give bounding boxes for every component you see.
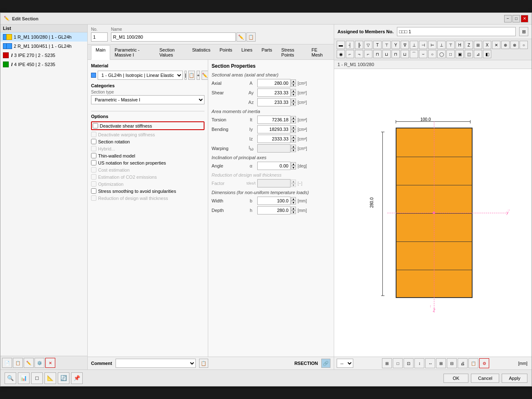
dropdown-select[interactable]: -- bbox=[337, 359, 353, 368]
view-btn-6[interactable]: ⊞ bbox=[436, 358, 446, 368]
shape-icon-27[interactable]: ⊔ bbox=[382, 50, 391, 58]
shape-icon-33[interactable]: ◯ bbox=[437, 50, 446, 58]
torsion-up[interactable]: ▲ bbox=[291, 116, 296, 120]
shape-icon-29[interactable]: ⊔ bbox=[401, 50, 409, 58]
shape-icon-13[interactable]: ⊤ bbox=[446, 41, 455, 49]
bending-y-up[interactable]: ▲ bbox=[291, 126, 296, 129]
view-btn-3[interactable]: ⊡ bbox=[404, 358, 414, 368]
assigned-input-right[interactable] bbox=[397, 27, 516, 36]
tab-points[interactable]: Points bbox=[215, 45, 237, 59]
tab-main[interactable]: Main bbox=[91, 45, 110, 60]
name-edit-icon[interactable]: ✏️ bbox=[236, 32, 246, 42]
axial-up[interactable]: ▲ bbox=[291, 79, 296, 83]
warping-dn[interactable]: ▼ bbox=[291, 148, 296, 152]
settings-button[interactable]: ⚙️ bbox=[34, 358, 44, 368]
view-btn-8[interactable]: 🖨 bbox=[458, 358, 468, 368]
material-edit-btn4[interactable]: ✏️ bbox=[202, 71, 208, 80]
shape-icon-38[interactable]: ◧ bbox=[483, 50, 491, 58]
minimize-button[interactable]: − bbox=[504, 15, 512, 22]
footer-icon-4[interactable]: 📐 bbox=[44, 372, 56, 384]
edit-button[interactable]: ✏️ bbox=[24, 358, 34, 368]
checkbox-optimization[interactable] bbox=[91, 181, 96, 187]
view-btn-2[interactable]: □ bbox=[393, 358, 403, 368]
shape-icon-1[interactable]: ▬ bbox=[337, 41, 345, 49]
material-select[interactable]: 1 - GL24h | Isotropic | Linear Elastic bbox=[98, 71, 183, 80]
apply-button[interactable]: Apply bbox=[502, 374, 527, 383]
shape-icon-16[interactable]: ⊞ bbox=[474, 41, 482, 49]
view-btn-9[interactable]: 📋 bbox=[468, 358, 478, 368]
view-btn-5[interactable]: ↔ bbox=[425, 358, 435, 368]
shape-icon-21[interactable]: ○ bbox=[520, 41, 528, 49]
bending-z-dn[interactable]: ▼ bbox=[291, 139, 296, 143]
checkbox-deactivate-shear[interactable] bbox=[93, 123, 98, 128]
checkbox-deactivate-warping[interactable] bbox=[91, 132, 96, 137]
bending-z-up[interactable]: ▲ bbox=[291, 135, 296, 139]
shape-icon-35[interactable]: ▣ bbox=[456, 50, 464, 58]
view-btn-1[interactable]: ⊞ bbox=[382, 358, 392, 368]
angle-up[interactable]: ▲ bbox=[291, 162, 296, 166]
view-btn-7[interactable]: ⊟ bbox=[447, 358, 457, 368]
shape-icon-19[interactable]: ⊕ bbox=[501, 41, 510, 49]
footer-icon-3[interactable]: □ bbox=[31, 372, 43, 384]
maximize-button[interactable]: □ bbox=[512, 15, 520, 22]
ok-button[interactable]: OK bbox=[443, 374, 468, 383]
width-dn[interactable]: ▼ bbox=[291, 201, 296, 204]
shape-icon-32[interactable]: ○ bbox=[428, 50, 436, 58]
depth-dn[interactable]: ▼ bbox=[291, 210, 296, 214]
close-button[interactable]: ✕ bbox=[521, 15, 528, 22]
shape-icon-20[interactable]: ⊗ bbox=[510, 41, 519, 49]
tab-parametric[interactable]: Parametric - Massive I bbox=[110, 45, 155, 59]
section-type-select[interactable]: Parametric - Massive I bbox=[91, 95, 204, 104]
copy-button[interactable]: 📋 bbox=[13, 358, 23, 368]
tab-fe-mesh[interactable]: FE Mesh bbox=[307, 45, 330, 59]
factor-up[interactable]: ▲ bbox=[291, 180, 296, 183]
new-button[interactable]: 📄 bbox=[2, 358, 12, 368]
shape-icon-24[interactable]: ¬ bbox=[355, 50, 363, 58]
tab-section-values[interactable]: Section Values bbox=[155, 45, 187, 59]
comment-select[interactable] bbox=[116, 359, 196, 368]
warping-up[interactable]: ▲ bbox=[291, 145, 296, 148]
assigned-expand-btn[interactable]: ⊞ bbox=[519, 27, 528, 36]
view-btn-10[interactable]: ⚙ bbox=[479, 358, 489, 368]
shape-icon-7[interactable]: Y bbox=[392, 41, 400, 49]
shape-icon-4[interactable]: ▽ bbox=[364, 41, 372, 49]
shape-icon-10[interactable]: ⊣ bbox=[419, 41, 427, 49]
shape-icon-3[interactable]: ╠ bbox=[355, 41, 363, 49]
shear-z-dn[interactable]: ▼ bbox=[291, 102, 296, 106]
material-edit-btn2[interactable]: 📋 bbox=[188, 71, 195, 80]
shape-icon-11[interactable]: ⊢ bbox=[428, 41, 436, 49]
tab-lines[interactable]: Lines bbox=[237, 45, 257, 59]
width-up[interactable]: ▲ bbox=[291, 197, 296, 201]
shape-icon-34[interactable]: □ bbox=[446, 50, 455, 58]
shape-icon-22[interactable]: ◉ bbox=[337, 50, 345, 58]
factor-dn[interactable]: ▼ bbox=[291, 183, 296, 187]
shape-icon-8[interactable]: ∇ bbox=[401, 41, 409, 49]
view-btn-4[interactable]: ↕ bbox=[414, 358, 424, 368]
list-item[interactable]: I 3 IPE 270 | 2 - S235 bbox=[0, 51, 87, 60]
shape-icon-9[interactable]: ⊥ bbox=[410, 41, 418, 49]
shape-icon-6[interactable]: ⊤ bbox=[382, 41, 391, 49]
shape-icon-5[interactable]: T bbox=[373, 41, 382, 49]
shape-icon-2[interactable]: ┤ bbox=[346, 41, 354, 49]
bending-y-dn[interactable]: ▼ bbox=[291, 129, 296, 133]
checkbox-co2[interactable] bbox=[91, 174, 96, 180]
shape-icon-15[interactable]: Z bbox=[465, 41, 473, 49]
shear-z-up[interactable]: ▲ bbox=[291, 99, 296, 102]
shape-icon-18[interactable]: ✕ bbox=[492, 41, 500, 49]
axial-dn[interactable]: ▼ bbox=[291, 83, 296, 87]
shape-icon-37[interactable]: ⊿ bbox=[474, 50, 482, 58]
footer-icon-6[interactable]: 📌 bbox=[71, 372, 83, 384]
checkbox-cost-estimation[interactable] bbox=[91, 167, 96, 172]
checkbox-thin-walled[interactable] bbox=[91, 153, 96, 158]
shape-icon-25[interactable]: ⌐ bbox=[364, 50, 372, 58]
footer-icon-2[interactable]: 📊 bbox=[18, 372, 30, 384]
shape-icon-26[interactable]: ⊓ bbox=[373, 50, 382, 58]
material-edit-btn3[interactable]: + bbox=[197, 71, 200, 80]
no-input[interactable] bbox=[91, 32, 108, 42]
checkbox-hybrid[interactable] bbox=[91, 146, 96, 151]
list-item[interactable]: I 4 IPE 450 | 2 - S235 bbox=[0, 60, 87, 69]
tab-parts[interactable]: Parts bbox=[257, 45, 277, 59]
depth-up[interactable]: ▲ bbox=[291, 207, 296, 210]
shear-y-dn[interactable]: ▼ bbox=[291, 93, 296, 96]
shape-icon-23[interactable]: ⌐ bbox=[346, 50, 354, 58]
